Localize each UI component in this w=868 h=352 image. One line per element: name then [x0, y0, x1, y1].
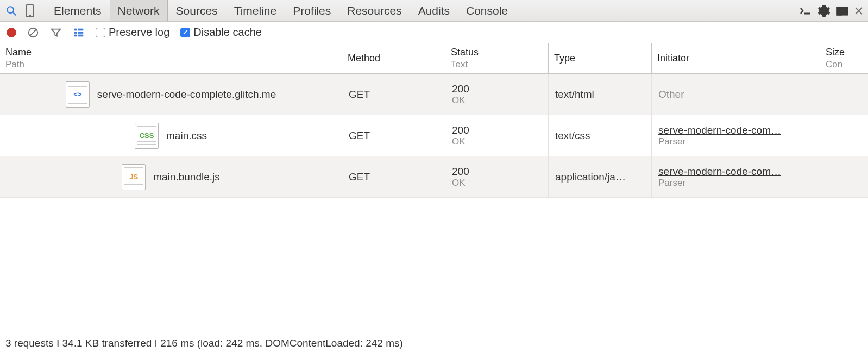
svg-line-10	[30, 29, 36, 35]
status-bar: 3 requests I 34.1 KB transferred I 216 m…	[0, 334, 868, 352]
settings-gear-icon[interactable]	[816, 3, 832, 19]
status-text: OK	[452, 95, 542, 106]
status-code: 200	[452, 166, 542, 178]
svg-rect-15	[74, 34, 77, 36]
record-button[interactable]	[7, 28, 16, 37]
file-type-icon: JS	[122, 164, 146, 190]
svg-rect-16	[78, 34, 83, 36]
column-headers: Name Path Method Status Text Type Initia…	[0, 43, 868, 74]
request-list: <> serve-modern-code-complete.glitch.me …	[0, 74, 868, 334]
status-code: 200	[452, 83, 542, 95]
header-status[interactable]: Status Text	[445, 43, 549, 73]
tab-audits[interactable]: Audits	[410, 0, 458, 21]
network-toolbar: Preserve log Disable cache	[0, 22, 868, 43]
svg-rect-13	[74, 32, 77, 34]
filter-icon[interactable]	[50, 27, 62, 39]
header-initiator[interactable]: Initiator	[652, 43, 820, 73]
initiator-link[interactable]: serve-modern-code-com…	[658, 166, 813, 178]
disable-cache-label: Disable cache	[193, 26, 262, 39]
svg-rect-14	[78, 32, 83, 34]
initiator-text: Other	[658, 89, 813, 100]
device-toolbar-icon[interactable]	[22, 3, 38, 19]
header-type[interactable]: Type	[549, 43, 652, 73]
svg-line-1	[13, 12, 16, 15]
panel-tabs: Elements Network Sources Timeline Profil…	[46, 0, 516, 21]
status-code: 200	[452, 124, 542, 136]
header-size[interactable]: Size Con	[820, 43, 867, 73]
tab-console[interactable]: Console	[458, 0, 516, 21]
svg-rect-11	[74, 28, 77, 30]
header-name[interactable]: Name Path	[0, 43, 342, 73]
status-text: OK	[452, 136, 542, 147]
disable-cache-checkbox[interactable]: Disable cache	[180, 26, 262, 39]
preserve-log-label: Preserve log	[109, 26, 169, 39]
content-type: application/ja…	[555, 171, 645, 183]
tab-timeline[interactable]: Timeline	[226, 0, 285, 21]
tab-network[interactable]: Network	[110, 0, 168, 21]
request-method: GET	[349, 89, 438, 100]
devtools-tabbar: Elements Network Sources Timeline Profil…	[0, 0, 868, 22]
table-row[interactable]: <> serve-modern-code-complete.glitch.me …	[0, 74, 868, 115]
tab-elements[interactable]: Elements	[46, 0, 110, 21]
content-type: text/html	[555, 89, 645, 100]
clear-icon[interactable]	[27, 27, 39, 39]
request-method: GET	[349, 171, 438, 183]
content-type: text/css	[555, 130, 645, 142]
file-type-icon: <>	[66, 81, 90, 108]
request-name: serve-modern-code-complete.glitch.me	[97, 89, 276, 100]
tab-resources[interactable]: Resources	[339, 0, 410, 21]
file-type-icon: CSS	[135, 123, 159, 149]
table-row[interactable]: JS main.bundle.js GET 200 OK application…	[0, 156, 868, 198]
dock-side-icon[interactable]	[834, 3, 851, 19]
request-name: main.bundle.js	[153, 171, 220, 183]
show-drawer-icon[interactable]	[797, 3, 814, 19]
initiator-sub: Parser	[658, 136, 813, 147]
close-devtools-icon[interactable]	[853, 3, 865, 19]
preserve-log-checkbox[interactable]: Preserve log	[96, 26, 169, 39]
initiator-sub: Parser	[658, 178, 813, 188]
status-summary: 3 requests I 34.1 KB transferred I 216 m…	[5, 337, 403, 349]
status-text: OK	[452, 178, 542, 188]
svg-point-0	[7, 7, 14, 13]
svg-rect-12	[78, 28, 83, 30]
table-row[interactable]: CSS main.css GET 200 OK text/css serve-m…	[0, 115, 868, 156]
svg-rect-6	[837, 7, 842, 15]
tab-profiles[interactable]: Profiles	[285, 0, 339, 21]
initiator-link[interactable]: serve-modern-code-com…	[658, 124, 813, 136]
view-options-icon[interactable]	[73, 27, 85, 39]
request-name: main.css	[166, 130, 207, 142]
header-method[interactable]: Method	[342, 43, 445, 73]
tab-sources[interactable]: Sources	[168, 0, 226, 21]
request-method: GET	[349, 130, 438, 142]
search-icon[interactable]	[3, 3, 20, 19]
